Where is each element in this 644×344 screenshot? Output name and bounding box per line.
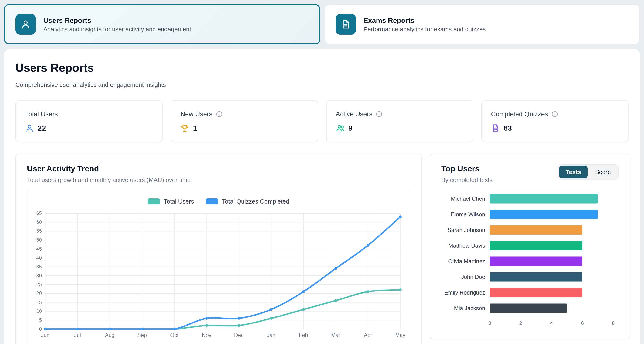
info-icon[interactable] — [551, 110, 558, 117]
activity-chart-title: User Activity Trend — [27, 164, 410, 174]
svg-text:40: 40 — [36, 255, 42, 261]
svg-text:Olivia Martinez: Olivia Martinez — [448, 258, 485, 264]
svg-text:0: 0 — [39, 326, 42, 332]
legend-item-total-users[interactable]: Total Users — [148, 198, 194, 205]
svg-text:20: 20 — [36, 290, 42, 296]
stat-card-active-users: Active Users 9 — [326, 100, 474, 142]
info-icon[interactable] — [216, 110, 222, 117]
svg-text:Apr: Apr — [364, 332, 372, 338]
svg-text:65: 65 — [36, 210, 42, 216]
stat-label: Active Users — [336, 110, 372, 118]
activity-chart-subtitle: Total users growth and monthly active us… — [27, 177, 410, 184]
user-activity-trend-card: User Activity Trend Total users growth a… — [16, 153, 422, 344]
user-activity-line-chart[interactable]: 05101520253035404550556065JunJulAugSepOc… — [31, 210, 406, 341]
stat-value: 9 — [348, 124, 352, 132]
svg-text:50: 50 — [36, 237, 42, 243]
exams-reports-card[interactable]: Exams Reports Performance analytics for … — [325, 4, 640, 44]
legend-label: Total Quizzes Completed — [222, 198, 290, 205]
stat-label: Total Users — [25, 110, 58, 118]
stat-value: 1 — [193, 124, 197, 132]
svg-text:Oct: Oct — [170, 332, 178, 338]
stat-label: Completed Quizzes — [491, 110, 548, 118]
stat-label: New Users — [180, 110, 212, 118]
users-reports-subtitle: Analytics and insights for user activity… — [43, 26, 191, 33]
svg-text:Aug: Aug — [105, 332, 115, 338]
svg-text:4: 4 — [550, 320, 553, 326]
stats-row: Total Users 22 New Users — [16, 100, 628, 142]
activity-chart-frame: Total Users Total Quizzes Completed 0510… — [27, 191, 410, 344]
stat-value: 63 — [504, 124, 512, 132]
page-subtitle: Comprehensive user analytics and engagem… — [16, 81, 628, 88]
svg-text:Emily Rodriguez: Emily Rodriguez — [444, 289, 485, 296]
tab-tests[interactable]: Tests — [559, 166, 588, 178]
page-title: Users Reports — [16, 61, 628, 75]
top-users-toggle: Tests Score — [558, 164, 619, 180]
svg-text:Sarah Johnson: Sarah Johnson — [448, 227, 485, 233]
top-users-title: Top Users — [441, 164, 492, 174]
exams-reports-icon-box — [336, 14, 356, 35]
svg-text:Matthew Davis: Matthew Davis — [448, 243, 485, 249]
top-users-bar-chart[interactable]: Michael ChenEmma WilsonSarah JohnsonMatt… — [441, 190, 620, 328]
top-users-chart-wrap: Michael ChenEmma WilsonSarah JohnsonMatt… — [441, 190, 619, 330]
users-reports-icon-box — [16, 14, 36, 35]
users-reports-panel: Users Reports Comprehensive user analyti… — [4, 49, 640, 344]
svg-text:0: 0 — [488, 320, 491, 326]
svg-text:6: 6 — [581, 320, 584, 326]
svg-text:May: May — [395, 332, 406, 338]
reports-page: Users Reports Analytics and insights for… — [0, 0, 644, 344]
trophy-icon — [180, 124, 190, 132]
legend-item-total-quizzes[interactable]: Total Quizzes Completed — [206, 198, 290, 205]
users-icon — [336, 124, 344, 132]
svg-text:8: 8 — [612, 320, 615, 326]
legend-swatch — [206, 198, 218, 205]
users-reports-card[interactable]: Users Reports Analytics and insights for… — [4, 4, 320, 44]
svg-text:45: 45 — [36, 246, 42, 252]
stat-card-completed-quizzes: Completed Quizzes 63 — [481, 100, 629, 142]
svg-text:5: 5 — [39, 317, 42, 323]
tab-score[interactable]: Score — [588, 166, 618, 178]
svg-text:Michael Chen: Michael Chen — [451, 196, 485, 202]
svg-text:60: 60 — [36, 219, 42, 225]
top-users-subtitle: By completed tests — [441, 177, 492, 184]
svg-text:55: 55 — [36, 228, 42, 234]
stat-value: 22 — [38, 124, 46, 132]
svg-text:30: 30 — [36, 273, 42, 278]
svg-text:Jun: Jun — [41, 332, 50, 338]
document-icon — [341, 19, 351, 29]
svg-text:Feb: Feb — [299, 332, 308, 338]
info-icon[interactable] — [376, 110, 382, 117]
exams-reports-subtitle: Performance analytics for exams and quiz… — [364, 26, 486, 33]
charts-row: User Activity Trend Total users growth a… — [16, 153, 628, 344]
svg-text:Dec: Dec — [234, 332, 244, 338]
svg-text:35: 35 — [36, 264, 42, 270]
svg-text:Jul: Jul — [74, 332, 81, 338]
svg-text:Mia Jackson: Mia Jackson — [454, 305, 485, 311]
document-icon — [491, 124, 500, 132]
report-type-switcher: Users Reports Analytics and insights for… — [4, 4, 640, 44]
users-reports-title: Users Reports — [43, 16, 191, 24]
legend-swatch — [148, 198, 160, 205]
top-users-card: Top Users By completed tests Tests Score… — [430, 153, 630, 339]
svg-text:Emma Wilson: Emma Wilson — [450, 211, 485, 218]
chart-legend: Total Users Total Quizzes Completed — [31, 198, 406, 205]
stat-card-total-users: Total Users 22 — [16, 100, 163, 142]
svg-text:2: 2 — [519, 320, 522, 326]
user-icon — [20, 19, 31, 29]
exams-reports-title: Exams Reports — [364, 16, 486, 24]
legend-label: Total Users — [164, 198, 194, 205]
svg-text:Nov: Nov — [202, 332, 211, 338]
svg-text:25: 25 — [36, 281, 42, 287]
svg-text:10: 10 — [36, 308, 42, 314]
user-icon — [25, 124, 34, 132]
stat-card-new-users: New Users 1 — [171, 100, 318, 142]
svg-text:Sep: Sep — [137, 332, 147, 338]
svg-text:Jan: Jan — [267, 332, 276, 338]
svg-text:John Doe: John Doe — [461, 274, 485, 280]
svg-text:15: 15 — [36, 299, 42, 305]
svg-text:Mar: Mar — [331, 332, 340, 338]
